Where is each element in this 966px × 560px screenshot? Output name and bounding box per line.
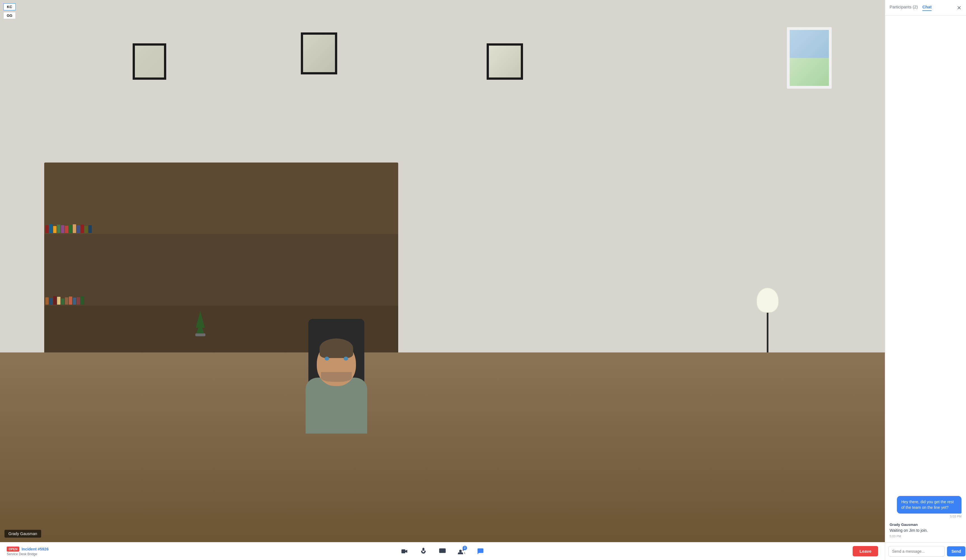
- svg-rect-0: [439, 548, 445, 553]
- window: [787, 27, 832, 89]
- service-label: Service Desk Bridge: [7, 552, 49, 556]
- wall-frame-2: [301, 33, 337, 74]
- chat-icon: [476, 547, 485, 555]
- floor: [0, 353, 885, 542]
- toolbar-right: Leave: [853, 546, 878, 557]
- leave-button[interactable]: Leave: [853, 546, 878, 557]
- microphone-toggle-button[interactable]: [417, 545, 430, 557]
- person-video: [306, 336, 367, 434]
- participant-name-label: Grady Gausman: [5, 530, 41, 538]
- open-badge: OPEN: [7, 547, 19, 552]
- chat-toggle-button[interactable]: [474, 545, 486, 557]
- video-toggle-button[interactable]: [398, 545, 411, 557]
- video-feed: Grady Gausman: [0, 0, 885, 542]
- screen-share-button[interactable]: [436, 545, 449, 557]
- chat-input-area: Send: [885, 542, 966, 560]
- screen-share-icon: [439, 547, 446, 555]
- toolbar: OPEN Incident #5926 Service Desk Bridge: [0, 542, 885, 560]
- participant-badge-kc: KC: [3, 3, 16, 10]
- toolbar-controls: 2: [398, 545, 486, 557]
- video-scene: Grady Gausman: [0, 0, 885, 542]
- incident-info: OPEN Incident #5926 Service Desk Bridge: [7, 547, 49, 556]
- received-message-group: Grady Gausman Waiting on Jim to join. 5:…: [890, 522, 928, 538]
- sent-message-bubble: Hey there, did you get the rest of the t…: [897, 496, 961, 514]
- participant-badge-gg: GG: [3, 12, 16, 19]
- video-camera-icon: [401, 547, 408, 555]
- sent-message-time: 5:03 PM: [950, 515, 961, 518]
- chat-message-input[interactable]: [889, 546, 945, 557]
- received-message-bubble: Waiting on Jim to join.: [890, 528, 928, 534]
- participant-labels: KC GG: [3, 3, 16, 19]
- participants-button[interactable]: 2: [455, 545, 468, 557]
- participant-count-badge: 2: [463, 546, 467, 550]
- received-sender: Grady Gausman: [890, 522, 928, 527]
- microphone-icon: [419, 547, 427, 555]
- received-message-time: 5:03 PM: [890, 535, 928, 538]
- close-button[interactable]: ✕: [957, 5, 961, 11]
- right-panel: Participants (2) Chat ✕ Hey there, did y…: [885, 0, 966, 560]
- chat-messages: Hey there, did you get the rest of the t…: [885, 16, 966, 542]
- wall-frame-3: [486, 43, 523, 80]
- tab-chat[interactable]: Chat: [922, 5, 932, 11]
- panel-header: Participants (2) Chat ✕: [885, 0, 966, 16]
- plant: [195, 311, 206, 336]
- send-message-button[interactable]: Send: [947, 546, 966, 557]
- video-area: KC GG: [0, 0, 885, 560]
- wall-frame-1: [133, 43, 166, 80]
- tab-participants[interactable]: Participants (2): [890, 5, 918, 11]
- incident-label[interactable]: Incident #5926: [21, 547, 49, 551]
- sent-message-group: Hey there, did you get the rest of the t…: [890, 496, 961, 518]
